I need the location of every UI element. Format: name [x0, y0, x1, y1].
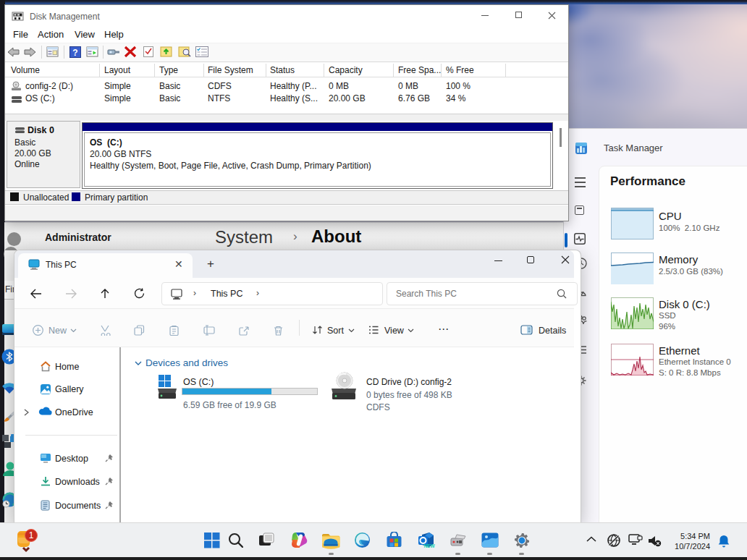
svg-text:1: 1 [29, 530, 34, 540]
svg-text:?: ? [72, 48, 77, 58]
svg-text:NEW: NEW [423, 543, 435, 548]
